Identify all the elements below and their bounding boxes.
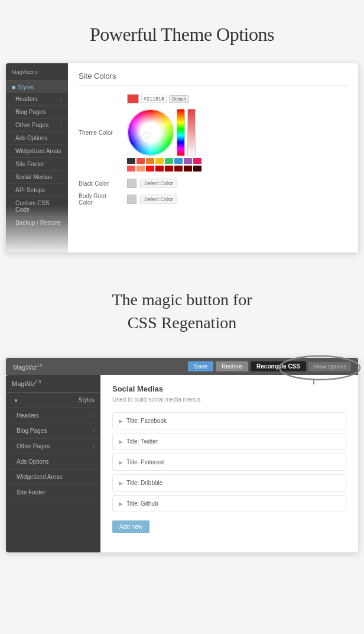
sidebar2-item-ads[interactable]: Ads Options bbox=[6, 454, 100, 470]
social-item-github[interactable]: ▶ Title: Github bbox=[112, 495, 346, 512]
main-content-2: Social Medias Used to build social media… bbox=[100, 375, 358, 552]
sidebar2-item-blog[interactable]: Blog Pages › bbox=[6, 423, 100, 439]
social-item-dribbble[interactable]: ▶ Title: Dribbble bbox=[112, 474, 346, 491]
sidebar2-logo: MagWiz2.0 bbox=[6, 375, 100, 393]
color-input-row: #211818 Default bbox=[127, 94, 202, 103]
toolbar: MagWiz2.0 Save Restore Recompile CSS Sho… bbox=[6, 358, 358, 375]
sidebar-styles-header[interactable]: Styles bbox=[6, 80, 68, 93]
sidebar-item-other-pages[interactable]: Other Pages › bbox=[6, 119, 68, 132]
section-1-title-area: Powerful Theme Options bbox=[0, 0, 364, 63]
chevron-icon: › bbox=[93, 428, 95, 434]
swatch-5[interactable] bbox=[155, 166, 164, 172]
sidebar-item-headers[interactable]: Headers › bbox=[6, 93, 68, 106]
swatch-pink[interactable] bbox=[193, 158, 202, 164]
sidebar2-item-styles[interactable]: ● Styles bbox=[6, 393, 100, 408]
sidebar-item-blog-pages[interactable]: Blog Pages bbox=[6, 106, 68, 119]
mock-app-body: MagWiz2.0 ● Styles Headers › Blog Pages … bbox=[6, 375, 358, 552]
swatch-green[interactable] bbox=[165, 158, 173, 164]
sidebar-item-backup[interactable]: Backup / Restore bbox=[6, 216, 68, 229]
nav-label: Styles bbox=[79, 397, 95, 403]
nav-label: Widgetized Areas bbox=[15, 148, 61, 154]
swatch-6[interactable] bbox=[165, 166, 173, 172]
nav-label: Other Pages bbox=[14, 443, 93, 449]
swatch-purple[interactable] bbox=[184, 158, 192, 164]
recompile-css-button[interactable]: Recompile CSS bbox=[251, 361, 306, 371]
sidebar2-item-headers[interactable]: Headers › bbox=[6, 408, 100, 423]
sidebar2-item-widgets[interactable]: Widgetized Areas bbox=[6, 470, 100, 485]
body-root-swatch[interactable] bbox=[127, 195, 136, 204]
sidebar2-item-other-pages[interactable]: Other Pages › bbox=[6, 439, 100, 454]
social-item-label: Title: Pinterest bbox=[126, 459, 164, 465]
nav-label: Headers bbox=[14, 412, 93, 419]
swatch-black[interactable] bbox=[127, 158, 135, 164]
nav-label: Widgetized Areas bbox=[14, 474, 95, 480]
swatch-red[interactable] bbox=[136, 158, 145, 164]
social-item-facebook[interactable]: ▶ Title: Facebook bbox=[112, 412, 346, 429]
sidebar-item-api[interactable]: API Setups bbox=[6, 184, 68, 197]
arrow-icon: ▶ bbox=[119, 418, 123, 424]
nav-label: Other Pages bbox=[15, 122, 48, 128]
social-item-label: Title: Dribbble bbox=[126, 480, 162, 486]
sidebar-item-css[interactable]: Custom CSS Code bbox=[6, 197, 68, 216]
current-color-swatch[interactable] bbox=[127, 94, 139, 103]
color-swatches-2 bbox=[127, 166, 202, 172]
body-root-color-row: Body Root Color Select Color bbox=[79, 193, 347, 206]
swatch-9[interactable] bbox=[193, 166, 202, 172]
alpha-bar[interactable] bbox=[187, 109, 196, 156]
spectrum-bar[interactable] bbox=[177, 109, 185, 156]
nav-label: API Setups bbox=[15, 187, 45, 193]
mock-app-2-container: MagWiz2.0 Save Restore Recompile CSS Sho… bbox=[6, 358, 358, 552]
swatch-2[interactable] bbox=[127, 166, 135, 172]
swatch-yellow[interactable] bbox=[155, 158, 164, 164]
swatch-4[interactable] bbox=[146, 166, 154, 172]
social-item-pinterest[interactable]: ▶ Title: Pinterest bbox=[112, 454, 346, 471]
toolbar-logo: MagWiz2.0 bbox=[13, 363, 42, 371]
logo-1: MagWiz2.0 bbox=[6, 63, 68, 80]
select-color-btn-body[interactable]: Select Color bbox=[140, 195, 177, 204]
nav-label: Blog Pages bbox=[15, 109, 46, 115]
screenshot-1: MagWiz2.0 Styles Headers › Blog Pages Ot… bbox=[6, 63, 358, 253]
section-2-title-area: The magic button for CSS Regenation bbox=[0, 258, 364, 358]
default-button[interactable]: Default bbox=[169, 95, 189, 103]
select-color-btn-black[interactable]: Select Color bbox=[140, 179, 177, 188]
social-item-twitter[interactable]: ▶ Title: Twitter bbox=[112, 433, 346, 450]
mock-app-1: MagWiz2.0 Styles Headers › Blog Pages Ot… bbox=[6, 63, 358, 253]
swatch-3[interactable] bbox=[136, 166, 145, 172]
color-wheel[interactable] bbox=[127, 109, 174, 156]
social-medias-subtitle: Used to build social media menus bbox=[112, 396, 346, 404]
save-button[interactable]: Save bbox=[188, 361, 213, 371]
color-cursor bbox=[144, 132, 150, 138]
chevron-icon: › bbox=[93, 444, 95, 449]
swatch-blue[interactable] bbox=[174, 158, 183, 164]
sidebar-2: MagWiz2.0 ● Styles Headers › Blog Pages … bbox=[6, 375, 100, 552]
theme-color-label: Theme Color bbox=[79, 130, 120, 136]
social-item-label: Title: Github bbox=[126, 500, 158, 507]
color-picker[interactable]: #211818 Default bbox=[127, 94, 202, 172]
show-options-button[interactable]: Show Options bbox=[308, 362, 351, 371]
arrow-icon: ▶ bbox=[119, 460, 123, 465]
sidebar2-item-footer[interactable]: Site Footer bbox=[6, 485, 100, 500]
black-swatch[interactable] bbox=[127, 179, 136, 188]
social-item-label: Title: Facebook bbox=[126, 418, 167, 424]
nav-label: Ads Options bbox=[15, 135, 47, 141]
sidebar2-icon: ● bbox=[14, 397, 18, 403]
swatch-7[interactable] bbox=[174, 166, 183, 172]
sidebar-item-site-footer[interactable]: Site Footer bbox=[6, 158, 68, 171]
arrow-icon: ▶ bbox=[119, 501, 123, 507]
sidebar-item-widgetized[interactable]: Widgetized Areas bbox=[6, 145, 68, 158]
chevron-icon: › bbox=[60, 96, 62, 102]
social-medias-title: Social Medias bbox=[112, 384, 346, 393]
swatch-8[interactable] bbox=[184, 166, 192, 172]
add-new-button[interactable]: Add new bbox=[112, 520, 150, 533]
restore-button[interactable]: Restore bbox=[216, 361, 248, 371]
arrow-icon: ▶ bbox=[119, 480, 123, 486]
nav-label: Ads Options bbox=[14, 458, 95, 465]
sidebar-item-ads-options[interactable]: Ads Options bbox=[6, 132, 68, 145]
nav-label: Blog Pages bbox=[14, 428, 93, 434]
color-hex-value[interactable]: #211818 bbox=[141, 95, 167, 103]
nav-label: Social Medias bbox=[15, 174, 52, 180]
swatch-orange[interactable] bbox=[146, 158, 154, 164]
color-swatches bbox=[127, 158, 202, 164]
sidebar-item-social[interactable]: Social Medias bbox=[6, 171, 68, 184]
sidebar-1: MagWiz2.0 Styles Headers › Blog Pages Ot… bbox=[6, 63, 68, 253]
